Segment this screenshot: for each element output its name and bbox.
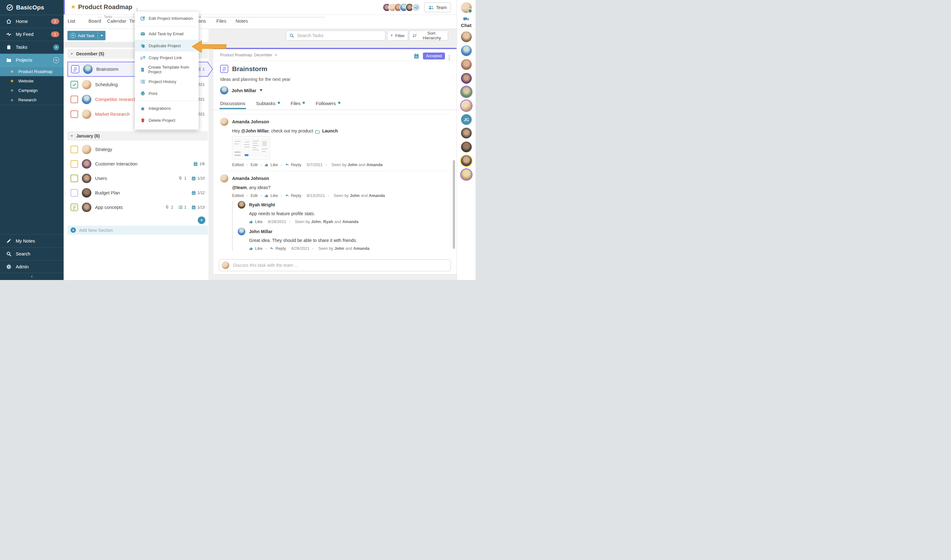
chat-contact-avatar[interactable] — [461, 155, 472, 166]
search-input[interactable] — [296, 33, 382, 38]
tab-notes[interactable]: Notes — [236, 18, 248, 24]
chat-header[interactable]: Chat — [457, 16, 475, 28]
chat-contact-avatar[interactable] — [461, 100, 472, 111]
task-row-strategy[interactable]: Strategy — [67, 143, 208, 156]
app-logo[interactable]: BasicOps — [0, 0, 63, 15]
chat-contact-avatar[interactable] — [461, 142, 472, 152]
reply-button[interactable]: Reply — [285, 162, 301, 167]
task-checkbox[interactable] — [71, 160, 78, 168]
task-status-icon[interactable] — [220, 65, 228, 73]
sidebar-project-campaign[interactable]: ★ Campaign — [0, 86, 63, 95]
chat-contact-avatar[interactable] — [461, 86, 472, 97]
task-checkbox-checked[interactable] — [71, 81, 78, 88]
filter-button[interactable]: Filter — [387, 31, 408, 41]
like-button[interactable]: Like — [264, 193, 278, 198]
project-link[interactable]: Launch — [322, 128, 338, 133]
sidebar-item-home[interactable]: Home 2 — [0, 15, 63, 28]
mention[interactable]: @John Millar — [241, 128, 269, 133]
section-header-january[interactable]: January (6) — [67, 131, 208, 141]
edit-link[interactable]: Edit — [251, 193, 258, 198]
chevron-down-icon[interactable] — [71, 53, 73, 55]
discussion-input[interactable] — [232, 262, 448, 268]
sidebar-project-product-roadmap[interactable]: ★ Product Roadmap — [0, 67, 63, 76]
add-task-quick-button[interactable]: + — [53, 45, 59, 50]
tab-files[interactable]: Files — [216, 18, 226, 24]
assignee-avatar[interactable] — [82, 80, 91, 89]
task-status-icon[interactable] — [71, 203, 78, 211]
attachment-thumbnail[interactable] — [232, 137, 270, 159]
sidebar-item-tasks[interactable]: Tasks + — [0, 41, 63, 54]
assignee-avatar[interactable] — [82, 145, 91, 154]
menu-item-project-history[interactable]: Project History — [135, 75, 199, 88]
menu-item-edit-project-information[interactable]: Edit Project Information — [135, 12, 199, 25]
task-checkbox[interactable] — [71, 95, 78, 103]
sidebar-project-research[interactable]: ★ Research — [0, 95, 63, 105]
favorite-star-icon[interactable]: ★ — [71, 3, 76, 11]
chat-contact-avatar[interactable] — [461, 59, 472, 70]
calendar-icon[interactable] — [414, 54, 419, 59]
author-name[interactable]: Ryah Wright — [249, 202, 275, 207]
edit-link[interactable]: Edit — [251, 162, 258, 167]
search-tasks-box[interactable] — [286, 31, 386, 41]
compose-bar[interactable] — [219, 259, 451, 271]
discussion-scrollbar[interactable] — [453, 160, 455, 249]
assignee-avatar[interactable] — [82, 109, 91, 119]
task-checkbox[interactable] — [71, 111, 78, 118]
menu-item-integrations[interactable]: Integrations — [135, 102, 199, 114]
member-avatars[interactable]: +2 — [386, 3, 420, 12]
sort-button[interactable]: Sort: Hierarchy — [409, 31, 448, 41]
add-task-inline-button[interactable]: + — [198, 217, 205, 224]
assignee-avatar[interactable] — [82, 203, 91, 212]
add-task-dropdown[interactable] — [97, 31, 105, 40]
sidebar-item-search[interactable]: Search — [0, 248, 63, 260]
task-status-icon[interactable] — [71, 65, 79, 73]
add-new-section-button[interactable]: + Add New Section — [67, 226, 208, 235]
chevron-down-icon[interactable] — [259, 89, 262, 91]
author-avatar[interactable] — [238, 228, 245, 235]
task-row-customer-interaction[interactable]: Customer Interaction 1/6 — [67, 157, 208, 171]
chat-contact-avatar[interactable] — [461, 128, 472, 138]
task-checkbox[interactable] — [71, 175, 78, 182]
sidebar-item-projects[interactable]: Projects + — [0, 54, 63, 67]
assignee-avatar[interactable] — [82, 95, 91, 104]
chat-contact-avatar[interactable] — [461, 31, 472, 42]
more-members-badge[interactable]: +2 — [412, 3, 420, 12]
chat-contact-avatar[interactable] — [461, 45, 472, 56]
sidebar-project-website[interactable]: ★ Website — [0, 76, 63, 86]
breadcrumb-text[interactable]: Product Roadmap: December — [220, 53, 272, 57]
task-checkbox[interactable] — [71, 146, 78, 153]
assignee-avatar[interactable] — [82, 159, 91, 169]
assignee-avatar[interactable] — [82, 188, 91, 198]
like-button[interactable]: Like — [264, 162, 278, 167]
tab-discussions[interactable]: Discussions — [220, 101, 245, 109]
menu-item-create-template[interactable]: Create Template from Project — [135, 63, 199, 75]
author-avatar[interactable] — [220, 118, 228, 126]
author-avatar[interactable] — [238, 201, 245, 209]
tab-files[interactable]: Files — [291, 101, 305, 109]
task-owner[interactable]: John Millar — [220, 86, 457, 94]
add-task-button[interactable]: + Add Task — [67, 31, 105, 40]
current-user-avatar[interactable] — [461, 2, 472, 13]
sidebar-collapse-button[interactable]: ‹ — [0, 273, 63, 280]
author-name[interactable]: Amanda Johnson — [232, 119, 269, 124]
task-description[interactable]: Ideas and planning for the next year — [220, 77, 457, 82]
detail-menu-dots-icon[interactable] — [449, 52, 450, 60]
author-name[interactable]: John Millar — [249, 229, 272, 234]
chevron-down-icon[interactable] — [71, 135, 73, 137]
assignee-avatar[interactable] — [82, 174, 91, 183]
tab-followers[interactable]: Followers — [315, 101, 340, 109]
like-button[interactable]: Like — [249, 219, 262, 224]
like-button[interactable]: Like — [249, 246, 262, 251]
sidebar-item-my-notes[interactable]: My Notes — [0, 234, 63, 248]
chat-contact-avatar-initials[interactable]: JC — [461, 114, 472, 125]
reply-button[interactable]: Reply — [270, 246, 286, 251]
tab-calendar[interactable]: Calendar — [107, 18, 126, 24]
menu-item-print[interactable]: Print — [135, 88, 199, 99]
sidebar-item-admin[interactable]: Admin — [0, 260, 63, 273]
task-row-users[interactable]: Users 1 1/10 — [67, 171, 208, 185]
tab-subtasks[interactable]: Subtasks — [256, 101, 280, 109]
chat-contact-avatar[interactable] — [461, 169, 472, 180]
task-checkbox[interactable] — [71, 189, 78, 197]
status-badge[interactable]: Accepted — [423, 52, 445, 60]
task-row-budget-plan[interactable]: Budget Plan 1/12 — [67, 186, 208, 200]
